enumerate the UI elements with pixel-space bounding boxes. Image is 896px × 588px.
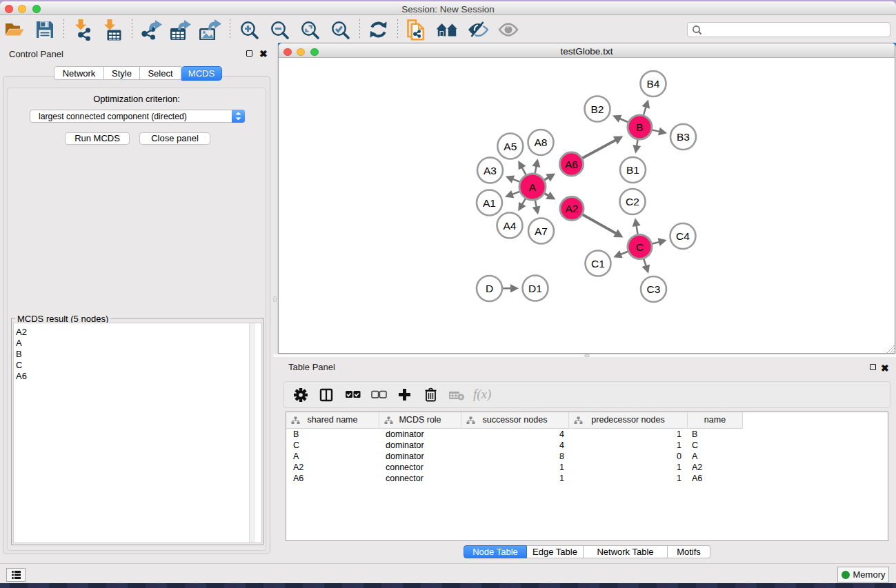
svg-text:A2: A2 [566, 203, 579, 214]
svg-text:A5: A5 [504, 141, 517, 152]
svg-text:B: B [636, 121, 643, 133]
svg-text:A3: A3 [484, 165, 497, 176]
svg-text:C3: C3 [647, 283, 661, 295]
svg-text:A6: A6 [565, 159, 578, 170]
svg-text:A4: A4 [504, 220, 517, 232]
svg-text:C: C [636, 241, 644, 253]
svg-text:B4: B4 [647, 78, 660, 90]
svg-text:A8: A8 [535, 136, 548, 148]
svg-text:B3: B3 [677, 131, 690, 143]
svg-text:C2: C2 [626, 196, 639, 207]
svg-text:B2: B2 [591, 103, 604, 115]
svg-text:A7: A7 [535, 225, 548, 237]
svg-text:A: A [529, 181, 537, 193]
svg-text:D: D [486, 283, 493, 294]
svg-text:C1: C1 [591, 258, 605, 270]
svg-text:B1: B1 [626, 164, 639, 176]
svg-text:A1: A1 [483, 197, 496, 209]
svg-text:C4: C4 [676, 230, 690, 242]
svg-text:D1: D1 [528, 283, 542, 294]
